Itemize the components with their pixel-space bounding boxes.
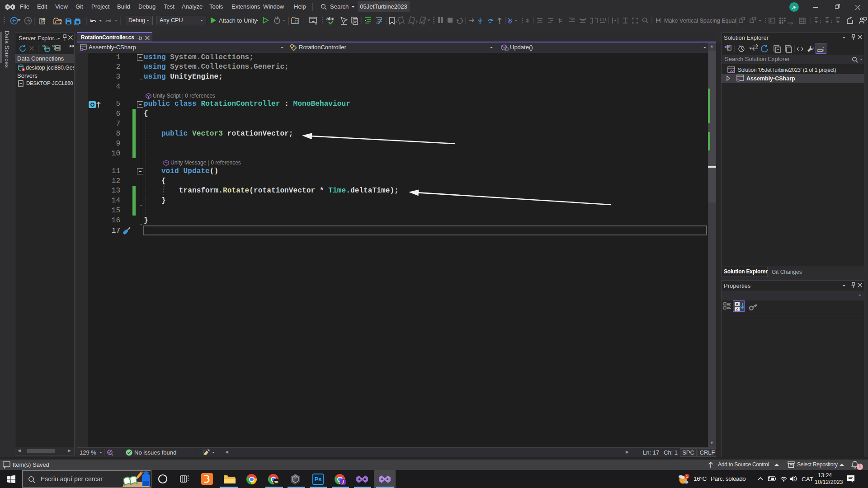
svg-text:1: 1 bbox=[686, 474, 688, 479]
